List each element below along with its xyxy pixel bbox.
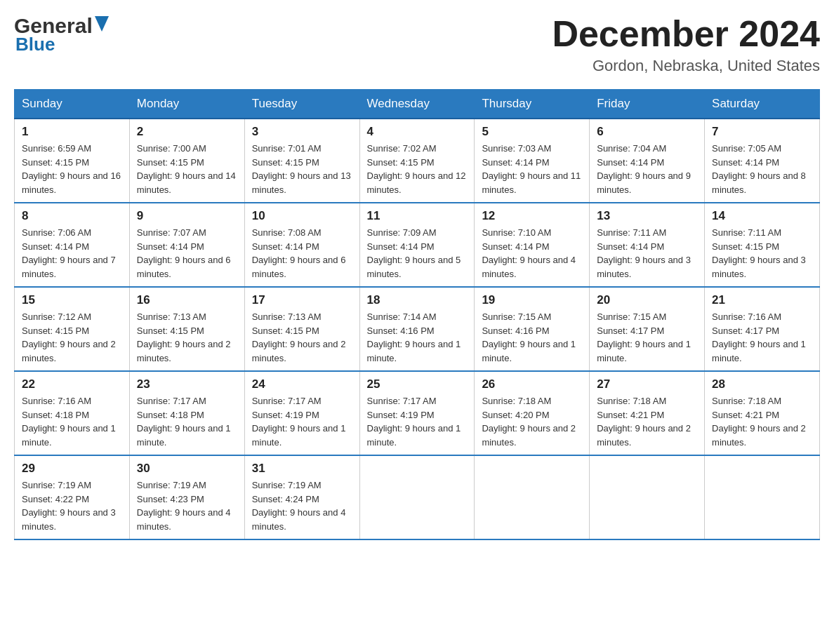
table-row: 22Sunrise: 7:16 AMSunset: 4:18 PMDayligh… xyxy=(15,371,130,455)
day-info: Sunrise: 7:12 AMSunset: 4:15 PMDaylight:… xyxy=(22,310,122,365)
day-number: 17 xyxy=(252,293,352,307)
day-info: Sunrise: 7:05 AMSunset: 4:14 PMDaylight:… xyxy=(712,142,812,196)
day-info: Sunrise: 7:04 AMSunset: 4:14 PMDaylight:… xyxy=(597,142,697,196)
table-row: 21Sunrise: 7:16 AMSunset: 4:17 PMDayligh… xyxy=(705,287,820,371)
page-header: General Blue December 2024 Gordon, Nebra… xyxy=(14,14,820,75)
title-area: December 2024 Gordon, Nebraska, United S… xyxy=(552,14,820,75)
col-saturday: Saturday xyxy=(705,90,820,119)
table-row: 23Sunrise: 7:17 AMSunset: 4:18 PMDayligh… xyxy=(129,371,244,455)
table-row: 11Sunrise: 7:09 AMSunset: 4:14 PMDayligh… xyxy=(359,203,475,287)
day-number: 10 xyxy=(252,209,352,223)
day-info: Sunrise: 7:06 AMSunset: 4:14 PMDaylight:… xyxy=(22,226,122,281)
day-number: 19 xyxy=(482,293,582,307)
table-row: 14Sunrise: 7:11 AMSunset: 4:15 PMDayligh… xyxy=(705,203,820,287)
day-info: Sunrise: 7:03 AMSunset: 4:14 PMDaylight:… xyxy=(482,142,582,196)
day-number: 15 xyxy=(22,293,122,307)
table-row: 31Sunrise: 7:19 AMSunset: 4:24 PMDayligh… xyxy=(244,455,359,539)
col-monday: Monday xyxy=(129,90,244,119)
calendar-week-row: 29Sunrise: 7:19 AMSunset: 4:22 PMDayligh… xyxy=(15,455,820,539)
day-number: 6 xyxy=(597,125,697,139)
col-thursday: Thursday xyxy=(475,90,590,119)
day-info: Sunrise: 7:19 AMSunset: 4:22 PMDaylight:… xyxy=(22,478,122,533)
day-info: Sunrise: 7:17 AMSunset: 4:18 PMDaylight:… xyxy=(137,394,237,449)
table-row: 1Sunrise: 6:59 AMSunset: 4:15 PMDaylight… xyxy=(15,119,130,203)
calendar-body: 1Sunrise: 6:59 AMSunset: 4:15 PMDaylight… xyxy=(15,119,820,539)
table-row: 16Sunrise: 7:13 AMSunset: 4:15 PMDayligh… xyxy=(129,287,244,371)
table-row: 24Sunrise: 7:17 AMSunset: 4:19 PMDayligh… xyxy=(244,371,359,455)
table-row: 29Sunrise: 7:19 AMSunset: 4:22 PMDayligh… xyxy=(15,455,130,539)
table-row: 3Sunrise: 7:01 AMSunset: 4:15 PMDaylight… xyxy=(244,119,359,203)
day-info: Sunrise: 7:19 AMSunset: 4:24 PMDaylight:… xyxy=(252,478,352,533)
table-row: 25Sunrise: 7:17 AMSunset: 4:19 PMDayligh… xyxy=(359,371,475,455)
day-info: Sunrise: 7:10 AMSunset: 4:14 PMDaylight:… xyxy=(482,226,582,281)
col-friday: Friday xyxy=(590,90,705,119)
calendar-week-row: 22Sunrise: 7:16 AMSunset: 4:18 PMDayligh… xyxy=(15,371,820,455)
day-number: 23 xyxy=(137,377,237,391)
day-info: Sunrise: 7:19 AMSunset: 4:23 PMDaylight:… xyxy=(137,478,237,533)
table-row: 15Sunrise: 7:12 AMSunset: 4:15 PMDayligh… xyxy=(15,287,130,371)
month-title: December 2024 xyxy=(552,14,820,54)
day-info: Sunrise: 6:59 AMSunset: 4:15 PMDaylight:… xyxy=(22,142,122,196)
day-info: Sunrise: 7:08 AMSunset: 4:14 PMDaylight:… xyxy=(252,226,352,281)
table-row: 19Sunrise: 7:15 AMSunset: 4:16 PMDayligh… xyxy=(475,287,590,371)
day-number: 12 xyxy=(482,209,582,223)
day-info: Sunrise: 7:15 AMSunset: 4:17 PMDaylight:… xyxy=(597,310,697,365)
day-info: Sunrise: 7:14 AMSunset: 4:16 PMDaylight:… xyxy=(367,310,468,365)
logo-blue-text: Blue xyxy=(15,34,55,55)
day-number: 11 xyxy=(367,209,468,223)
day-info: Sunrise: 7:18 AMSunset: 4:21 PMDaylight:… xyxy=(597,394,697,449)
logo-area: General Blue xyxy=(14,14,109,55)
table-row: 10Sunrise: 7:08 AMSunset: 4:14 PMDayligh… xyxy=(244,203,359,287)
day-info: Sunrise: 7:09 AMSunset: 4:14 PMDaylight:… xyxy=(367,226,468,281)
day-info: Sunrise: 7:15 AMSunset: 4:16 PMDaylight:… xyxy=(482,310,582,365)
day-number: 9 xyxy=(137,209,237,223)
table-row xyxy=(705,455,820,539)
day-number: 3 xyxy=(252,125,352,139)
day-number: 13 xyxy=(597,209,697,223)
day-info: Sunrise: 7:11 AMSunset: 4:14 PMDaylight:… xyxy=(597,226,697,281)
table-row: 7Sunrise: 7:05 AMSunset: 4:14 PMDaylight… xyxy=(705,119,820,203)
col-tuesday: Tuesday xyxy=(244,90,359,119)
table-row xyxy=(475,455,590,539)
day-info: Sunrise: 7:17 AMSunset: 4:19 PMDaylight:… xyxy=(252,394,352,449)
day-number: 25 xyxy=(367,377,468,391)
table-row: 28Sunrise: 7:18 AMSunset: 4:21 PMDayligh… xyxy=(705,371,820,455)
table-row: 17Sunrise: 7:13 AMSunset: 4:15 PMDayligh… xyxy=(244,287,359,371)
table-row: 8Sunrise: 7:06 AMSunset: 4:14 PMDaylight… xyxy=(15,203,130,287)
day-number: 20 xyxy=(597,293,697,307)
table-row: 9Sunrise: 7:07 AMSunset: 4:14 PMDaylight… xyxy=(129,203,244,287)
location-subtitle: Gordon, Nebraska, United States xyxy=(552,57,820,75)
day-number: 1 xyxy=(22,125,122,139)
table-row: 5Sunrise: 7:03 AMSunset: 4:14 PMDaylight… xyxy=(475,119,590,203)
day-number: 24 xyxy=(252,377,352,391)
table-row xyxy=(590,455,705,539)
table-row: 18Sunrise: 7:14 AMSunset: 4:16 PMDayligh… xyxy=(359,287,475,371)
table-row xyxy=(359,455,475,539)
day-number: 30 xyxy=(137,462,237,476)
calendar-week-row: 8Sunrise: 7:06 AMSunset: 4:14 PMDaylight… xyxy=(15,203,820,287)
table-row: 27Sunrise: 7:18 AMSunset: 4:21 PMDayligh… xyxy=(590,371,705,455)
day-number: 7 xyxy=(712,125,812,139)
day-number: 8 xyxy=(22,209,122,223)
day-info: Sunrise: 7:13 AMSunset: 4:15 PMDaylight:… xyxy=(252,310,352,365)
day-number: 28 xyxy=(712,377,812,391)
table-row: 30Sunrise: 7:19 AMSunset: 4:23 PMDayligh… xyxy=(129,455,244,539)
table-row: 20Sunrise: 7:15 AMSunset: 4:17 PMDayligh… xyxy=(590,287,705,371)
table-row: 2Sunrise: 7:00 AMSunset: 4:15 PMDaylight… xyxy=(129,119,244,203)
logo-triangle-icon xyxy=(95,16,109,34)
day-info: Sunrise: 7:17 AMSunset: 4:19 PMDaylight:… xyxy=(367,394,468,449)
day-info: Sunrise: 7:18 AMSunset: 4:20 PMDaylight:… xyxy=(482,394,582,449)
calendar-week-row: 1Sunrise: 6:59 AMSunset: 4:15 PMDaylight… xyxy=(15,119,820,203)
day-number: 5 xyxy=(482,125,582,139)
day-number: 31 xyxy=(252,462,352,476)
day-number: 16 xyxy=(137,293,237,307)
day-info: Sunrise: 7:16 AMSunset: 4:18 PMDaylight:… xyxy=(22,394,122,449)
table-row: 4Sunrise: 7:02 AMSunset: 4:15 PMDaylight… xyxy=(359,119,475,203)
day-number: 18 xyxy=(367,293,468,307)
day-number: 29 xyxy=(22,462,122,476)
day-number: 26 xyxy=(482,377,582,391)
table-row: 26Sunrise: 7:18 AMSunset: 4:20 PMDayligh… xyxy=(475,371,590,455)
day-info: Sunrise: 7:16 AMSunset: 4:17 PMDaylight:… xyxy=(712,310,812,365)
day-info: Sunrise: 7:18 AMSunset: 4:21 PMDaylight:… xyxy=(712,394,812,449)
calendar-header-row: Sunday Monday Tuesday Wednesday Thursday… xyxy=(15,90,820,119)
